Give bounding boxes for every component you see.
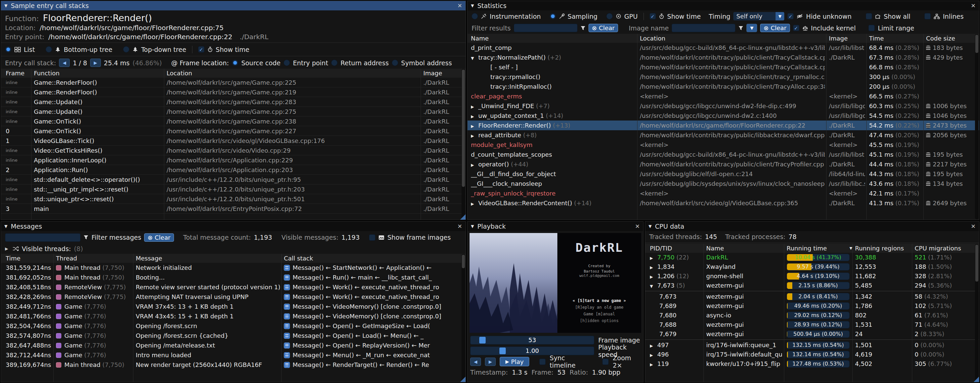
frame-table-row[interactable]: 2Application::Run()/home/wolf/darkrl/src… <box>1 165 466 175</box>
col-header-message[interactable]: Message <box>136 254 280 263</box>
prev-stack-button[interactable]: ◀ <box>59 59 70 67</box>
statistics-row[interactable]: d_count_templates_scopes/usr/src/debug/g… <box>468 150 979 159</box>
col-header-cpu-migrations[interactable]: CPU migrations <box>915 244 975 253</box>
statistics-row[interactable]: __GI__dl_find_dso_for_object/usr/src/deb… <box>468 169 979 179</box>
col-header-time[interactable]: Time <box>6 254 52 263</box>
close-icon[interactable]: ✕ <box>971 2 976 9</box>
messages-panel-titlebar[interactable]: ▼ Messages ✕ <box>1 222 466 231</box>
cpu-thread-row[interactable]: ▶119kworker/u17:0+i915_flip127.48 ms (0.… <box>645 359 979 369</box>
collapse-icon[interactable]: ▼ <box>471 224 474 229</box>
expand-icon[interactable]: ▶ <box>471 112 478 120</box>
expand-icon[interactable]: ▶ <box>471 102 478 111</box>
scrollbar[interactable] <box>461 254 465 381</box>
statistics-row[interactable]: ▶VideoGLBase::RenderContent() (+14)/home… <box>468 198 979 208</box>
call-stack-cell[interactable]: Message() ← RenderTarget() ← Render() ← … <box>284 360 463 370</box>
call-stack-icon[interactable] <box>284 284 290 290</box>
col-header-name[interactable]: Name <box>471 34 636 43</box>
close-icon[interactable]: ✕ <box>458 223 462 229</box>
expand-icon[interactable]: ▶ <box>650 272 657 281</box>
sync-timeline-checkbox[interactable] <box>539 359 546 365</box>
col-header-call-stack[interactable]: Call stack <box>284 254 463 263</box>
mode-bottom-up-label[interactable]: Bottom-up tree <box>64 46 112 53</box>
resize-grip[interactable] <box>460 214 466 220</box>
statistics-row[interactable]: tracy::rpmalloc()/home/wolf/darkrl/contr… <box>468 72 979 82</box>
bottom-up-radio[interactable] <box>46 46 52 52</box>
prev-frame-button[interactable]: ◀ <box>470 358 481 366</box>
inlines-checkbox[interactable] <box>924 13 931 19</box>
call-stack-icon[interactable] <box>284 352 290 358</box>
show-time-label[interactable]: Show time <box>216 46 249 53</box>
expand-icon[interactable]: ▶ <box>471 160 478 169</box>
frame-table-row[interactable]: 0Game::OnTick()/home/wolf/darkrl/src/gam… <box>1 126 466 136</box>
mode-list-label[interactable]: List <box>24 46 35 53</box>
frame-table-row[interactable]: inlineGame::RenderFloor()/home/wolf/dark… <box>1 78 466 87</box>
statistics-row[interactable]: ▶operator() (+44)/home/wolf/darkrl/contr… <box>468 159 979 169</box>
clear-filter-button[interactable]: ⊗Clear <box>589 24 618 32</box>
message-row[interactable]: 381,692,052nsMain thread (7,750)Booting.… <box>1 272 466 282</box>
show-all-label[interactable]: Show all <box>884 13 911 20</box>
sampling-label[interactable]: Sampling <box>568 13 598 20</box>
statistics-row[interactable]: _raw_spin_unlock_irqrestore<kernel><kern… <box>468 188 979 198</box>
frame-table-row[interactable]: inlineVideo::GetTicksHiRes()/home/wolf/d… <box>1 146 466 155</box>
frame-table-row[interactable]: inlinestd::default_delete<>::operator()(… <box>1 175 466 184</box>
resize-grip[interactable] <box>460 377 466 382</box>
sampling-radio[interactable] <box>550 13 556 19</box>
col-header-image[interactable]: Image <box>829 34 865 43</box>
show-all-checkbox[interactable] <box>866 13 872 19</box>
col-header-name[interactable]: Name <box>706 244 783 253</box>
zoom-2x-checkbox[interactable] <box>602 359 609 365</box>
statistics-panel-titlebar[interactable]: ▼ Statistics ✕ <box>468 1 979 10</box>
col-header-thread[interactable]: Thread <box>56 254 132 263</box>
call-stack-cell[interactable]: Message() ← Menu() ← _M_run ← execute_na… <box>284 350 463 360</box>
message-row[interactable]: 382,428,269nsRemoteView (7,775)Attemptin… <box>1 292 466 302</box>
close-icon[interactable]: ✕ <box>971 223 976 229</box>
sample-panel-titlebar[interactable]: ▼ Sample entry call stacks ✕ <box>1 1 466 10</box>
sort-desc-icon[interactable]: ▼ <box>843 244 852 253</box>
top-down-radio[interactable] <box>123 46 129 52</box>
call-stack-cell[interactable]: Message() ← Open() ← ReplayVersion() ← M… <box>284 340 463 350</box>
image-name-input[interactable] <box>671 24 735 32</box>
cpu-thread-row[interactable]: 7,673wezterm-gui2.04 s (8.41%)1,34258 (4… <box>645 292 979 301</box>
cpu-thread-row[interactable]: ▶496irq/175-iwlwifi:default_qu132.14 ms … <box>645 350 979 359</box>
close-icon[interactable]: ✕ <box>635 223 640 229</box>
instrumentation-label[interactable]: Instrumentation <box>490 13 541 20</box>
frame-table-row[interactable]: inlineGame::Update()/home/wolf/darkrl/sr… <box>1 107 466 117</box>
col-header-pid-tid[interactable]: PID/TID <box>650 244 703 253</box>
return-address-label[interactable]: Return address <box>340 59 389 66</box>
statistics-row[interactable]: tracy::InitRpmalloc()/home/wolf/darkrl/c… <box>468 82 979 92</box>
expand-icon[interactable]: ▶ <box>471 131 478 140</box>
source-code-radio[interactable] <box>232 60 238 66</box>
cpu-thread-row[interactable]: 7,689wezterm-gui49.46 ms (0.20%)1,786102… <box>645 301 979 311</box>
include-kernel-checkbox[interactable]: ✓ <box>793 25 799 31</box>
scrollbar[interactable] <box>975 244 978 381</box>
frame-table-row[interactable]: inlineApplication::InnerLoop()/home/wolf… <box>1 155 466 165</box>
message-row[interactable]: 382,712,444nsGame (7,776)Intro menu load… <box>1 350 466 360</box>
expand-icon[interactable]: ▶ <box>650 341 657 350</box>
timing-select[interactable]: Self only ▼ <box>733 12 784 21</box>
show-frame-images-checkbox[interactable] <box>369 234 375 241</box>
entry-point-radio[interactable] <box>283 60 290 66</box>
col-header-code-size[interactable]: Code size <box>926 34 975 43</box>
call-stack-cell[interactable]: Message() ← VideoMemory() [clone .constp… <box>284 311 463 321</box>
cpu-thread-row[interactable]: ▶497irq/176-iwlwifi:queue_1132.15 ms (0.… <box>645 340 979 350</box>
cpu-thread-row[interactable]: ▶1,206 (12)gnome-shell4.64 s (19.10%)11,… <box>645 272 979 281</box>
call-stack-icon[interactable] <box>284 294 290 300</box>
statistics-row[interactable]: ▶uw_update_context_1 (+14)/usr/src/debug… <box>468 111 979 120</box>
statistics-row[interactable]: d_print_comp/usr/src/debug/gcc-build/x86… <box>468 43 979 52</box>
cpu-thread-row[interactable]: ▶1,834Xwayland9.57 s (39.44%)12,553188 (… <box>645 262 979 272</box>
visible-threads-row[interactable]: ▶ Visible threads: (8) <box>1 244 466 254</box>
cpu-panel-titlebar[interactable]: ▼ CPU data ✕ <box>645 222 979 231</box>
frame-image-slider[interactable]: 53 <box>470 336 594 345</box>
limit-range-label[interactable]: Limit range <box>878 24 914 32</box>
message-row[interactable]: 389,169,674nsMain thread (7,750)New rend… <box>1 360 466 370</box>
col-header-running-regions[interactable]: Running regions <box>855 244 911 253</box>
call-stack-icon[interactable] <box>284 362 290 368</box>
entry-point-option-label[interactable]: Entry point <box>293 59 328 66</box>
filter-results-input[interactable] <box>514 24 578 32</box>
next-stack-button[interactable]: ▶ <box>90 59 101 67</box>
call-stack-cell[interactable]: Message() ← Work() ← execute_native_thre… <box>284 282 463 292</box>
expand-icon[interactable]: ▶ <box>5 247 10 251</box>
list-radio[interactable] <box>5 46 11 52</box>
col-header-location[interactable]: Location <box>167 69 420 78</box>
message-row[interactable]: 382,574,807nsGame (7,776)Opening /forest… <box>1 331 466 340</box>
